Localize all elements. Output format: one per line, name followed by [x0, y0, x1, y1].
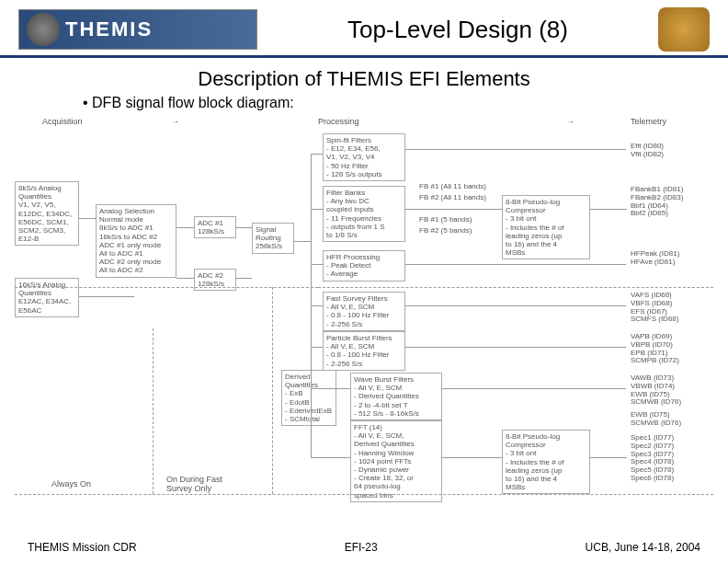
box-filterbanks: Filter Banks - Any two DC coupled inputs… [323, 186, 405, 242]
lbl-pb: VAPB (ID69) VBPB (ID70) EPB (ID71) SCMPB… [631, 333, 679, 365]
box-analog16k: 16kS/s Analog Quantities E12AC, E34AC, E… [15, 278, 79, 317]
box-derived: Derived Quantities - ExB - EdotB - Ederi… [281, 370, 336, 426]
lbl-fs: VAFS (ID68) VBFS (ID68) EFS (ID67) SCMFS… [631, 292, 678, 324]
box-particleburst: Particle Burst Filters - All V, E, SCM -… [323, 331, 405, 371]
section-proc: Processing [318, 117, 359, 126]
box-adc1: ADC #1 128kS/s [194, 216, 236, 238]
subtitle: Description of THEMIS EFI Elements [0, 67, 728, 91]
footer-mid: EFI-23 [345, 541, 378, 554]
section-tel: Telemetry [631, 117, 666, 126]
lbl-fb1b: FB #1 (5 bands) [419, 216, 472, 224]
box-spinfit: Spin-fit Filters - E12, E34, E56, V1, V2… [323, 133, 405, 181]
box-compressor1: 8-Bit Pseudo-log Compressor - 3 bit ont … [502, 195, 590, 259]
lbl-fb2b: FB #2 (5 bands) [419, 227, 472, 236]
page-title: Top-Level Design (8) [257, 16, 658, 44]
box-waveburst: Wave Burst Filters - All V, E, SCM - Der… [350, 373, 442, 420]
lbl-spec: Spec1 (ID77) Spec2 (ID77) Spec3 (ID77) S… [631, 434, 674, 483]
box-compressor2: 8-Bit Pseudo-log Compressor - 3 bit ont … [502, 430, 590, 494]
bullet-text: • DFB signal flow block diagram: [0, 95, 728, 111]
emblem-icon [658, 7, 710, 52]
always-on: Always On [51, 480, 91, 489]
lbl-fbank: FBankB1 (ID81) FBankB2 (ID83) Bbf1 (ID64… [631, 186, 683, 218]
lbl-fb2a: FB #2 (All 11 bands) [419, 194, 486, 202]
box-routing: Signal Routing 256kS/s [252, 223, 294, 254]
box-analog-sel: Analog Selection Normal mode 8kS/s to AD… [96, 204, 176, 278]
lbl-hf: HFPeak (ID81) HFAve (ID81) [631, 250, 679, 267]
block-diagram: Acquisition Processing Telemetry → → 8kS… [15, 117, 713, 503]
lbl-wb2: EWB (ID75) SCMWB (ID76) [631, 411, 681, 428]
lbl-fb1a: FB #1 (All 11 bands) [419, 183, 486, 191]
footer-right: UCB, June 14-18, 2004 [586, 541, 700, 554]
lbl-wb: VAWB (ID73) VBWB (ID74) EWB (ID75) SCMWB… [631, 374, 681, 407]
themis-logo: THEMIS [18, 9, 257, 50]
box-fastsurvey: Fast Survey Filters - All V, E, SCM - 0.… [323, 292, 405, 331]
on-fast-survey: On During Fast Survey Only [166, 476, 222, 494]
box-hfr: HFR Processing - Peak Detect - Average [323, 250, 405, 282]
lbl-efit: Efit (ID80) Vfit (ID82) [631, 143, 664, 159]
box-fft: FFT (14) - All V, E, SCM, Derived Quanti… [350, 420, 442, 502]
section-acq: Acquisition [42, 117, 83, 126]
footer-left: THEMIS Mission CDR [28, 541, 137, 554]
box-analog8k: 8kS/s Analog Quantities V1, V2, V5, E12D… [15, 181, 79, 246]
